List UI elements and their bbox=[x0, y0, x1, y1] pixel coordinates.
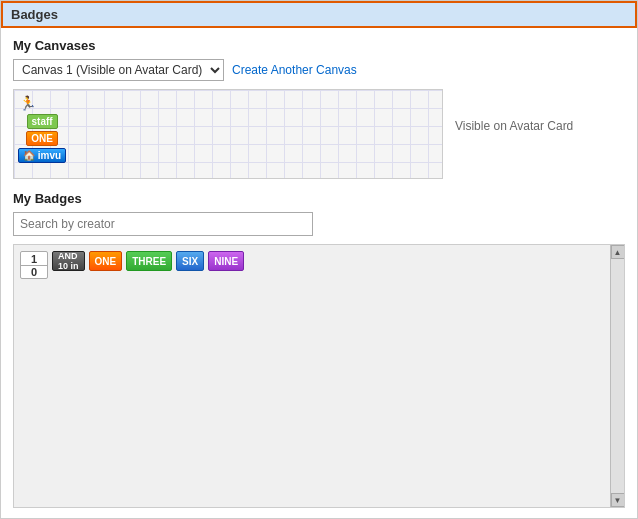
scroll-up-button[interactable]: ▲ bbox=[611, 245, 625, 259]
my-badges-section: My Badges 1 0 AND10 in ONE THREE SIX NIN… bbox=[13, 191, 625, 508]
badge-three: THREE bbox=[126, 251, 172, 271]
app-container: Badges My Canvases Canvas 1 (Visible on … bbox=[0, 0, 638, 519]
my-badges-label: My Badges bbox=[13, 191, 625, 206]
imvu-badge: 🏠 imvu bbox=[18, 148, 66, 163]
create-canvas-link[interactable]: Create Another Canvas bbox=[232, 63, 357, 77]
person-icon: 🏃 bbox=[18, 94, 36, 112]
imvu-label: 🏠 imvu bbox=[18, 148, 66, 163]
badge-one: ONE bbox=[89, 251, 123, 271]
search-creator-input[interactable] bbox=[13, 212, 313, 236]
main-content: My Canvases Canvas 1 (Visible on Avatar … bbox=[1, 28, 637, 518]
number-badge: 1 0 bbox=[20, 251, 48, 279]
badges-list: 1 0 AND10 in ONE THREE SIX NINE bbox=[14, 245, 624, 285]
badge-and: AND10 in bbox=[52, 251, 85, 271]
page-title: Badges bbox=[11, 7, 58, 22]
badge-num-top: 1 bbox=[31, 253, 37, 265]
badge-six: SIX bbox=[176, 251, 204, 271]
canvas-select[interactable]: Canvas 1 (Visible on Avatar Card) bbox=[13, 59, 224, 81]
badge-nine: NINE bbox=[208, 251, 244, 271]
staff-badge: staff bbox=[18, 114, 66, 129]
page-header: Badges bbox=[1, 1, 637, 28]
badges-list-container: 1 0 AND10 in ONE THREE SIX NINE ▲ ▼ bbox=[13, 244, 625, 508]
my-canvases-label: My Canvases bbox=[13, 38, 625, 53]
staff-label: staff bbox=[27, 114, 58, 129]
canvas-area: 🏃 staff ONE 🏠 imvu Visible on Avatar Car… bbox=[13, 89, 625, 179]
canvas-controls: Canvas 1 (Visible on Avatar Card) Create… bbox=[13, 59, 625, 81]
badge-num-bottom: 0 bbox=[21, 265, 47, 278]
canvas-grid: 🏃 staff ONE 🏠 imvu bbox=[13, 89, 443, 179]
one-badge: ONE bbox=[18, 131, 66, 146]
scroll-down-button[interactable]: ▼ bbox=[611, 493, 625, 507]
canvas-badge-icons: 🏃 staff ONE 🏠 imvu bbox=[18, 94, 66, 163]
one-label: ONE bbox=[26, 131, 58, 146]
visible-on-avatar-label: Visible on Avatar Card bbox=[455, 119, 573, 133]
vertical-scrollbar: ▲ ▼ bbox=[610, 245, 624, 507]
